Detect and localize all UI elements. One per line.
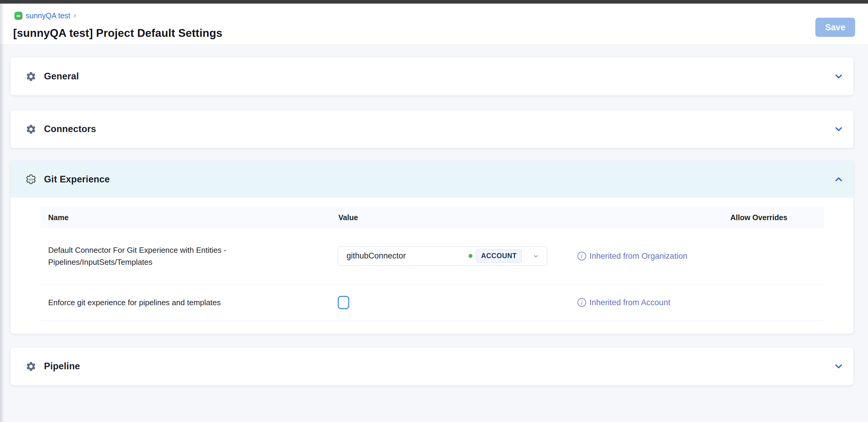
chevron-down-icon[interactable]	[833, 71, 844, 82]
section-header-connectors[interactable]: Connectors	[10, 110, 853, 148]
window-top-bar	[0, 0, 868, 4]
inherited-from-account-link[interactable]: i Inherited from Account	[578, 298, 670, 307]
breadcrumb: ∞ sunnyQA test ›	[14, 11, 76, 20]
svg-text:</>: </>	[28, 178, 33, 181]
project-icon: ∞	[14, 12, 23, 20]
scope-badge: ACCOUNT	[476, 250, 522, 263]
inherited-link-label: Inherited from Account	[589, 298, 670, 307]
connector-select-extras: ACCOUNT	[469, 250, 540, 263]
chevron-down-icon[interactable]	[833, 123, 844, 135]
connector-status-dot	[469, 254, 472, 258]
section-title-pipeline: Pipeline	[44, 361, 80, 372]
git-experience-gear-icon: </>	[25, 174, 36, 185]
connector-select[interactable]: githubConnector ACCOUNT	[338, 247, 547, 266]
column-header-value: Value	[338, 213, 358, 222]
setting-name-default-connector: Default Connector For Git Experience wit…	[48, 244, 226, 268]
gear-icon	[25, 361, 36, 372]
section-header-git-experience[interactable]: </> Git Experience	[10, 161, 853, 198]
section-header-general[interactable]: General	[10, 57, 853, 95]
breadcrumb-project-link[interactable]: sunnyQA test	[26, 11, 70, 20]
inherited-from-organization-link[interactable]: i Inherited from Organization	[578, 251, 687, 260]
enforce-git-checkbox[interactable]	[338, 296, 349, 309]
gear-icon	[25, 124, 36, 135]
table-header-row: Name Value Allow Overrides	[40, 207, 824, 228]
column-header-allow-overrides: Allow Overrides	[731, 213, 787, 222]
save-button[interactable]: Save	[815, 18, 855, 37]
table-row: Enforce git experience for pipelines and…	[40, 284, 824, 320]
section-header-pipeline[interactable]: Pipeline	[10, 347, 853, 385]
column-header-name: Name	[48, 213, 68, 222]
chevron-right-icon: ›	[73, 11, 76, 20]
section-card-git-experience: </> Git Experience Name Value Allow Over…	[10, 161, 853, 334]
page-title: [sunnyQA test] Project Default Settings	[13, 27, 222, 39]
section-card-pipeline: Pipeline	[10, 347, 853, 385]
section-title-general: General	[44, 71, 79, 82]
chevron-down-icon[interactable]	[532, 252, 540, 260]
connector-select-value: githubConnector	[346, 251, 406, 260]
inherited-link-label: Inherited from Organization	[589, 251, 687, 260]
left-edge-shadow	[0, 4, 4, 422]
section-title-connectors: Connectors	[44, 124, 96, 135]
section-card-general: General	[10, 57, 853, 95]
section-title-git-experience: Git Experience	[44, 174, 110, 185]
git-settings-table: Name Value Allow Overrides Default Conne…	[40, 207, 824, 321]
chevron-down-icon[interactable]	[833, 361, 844, 372]
setting-name-line2: Pipelines/InputSets/Templates	[48, 256, 226, 268]
setting-name-enforce-git: Enforce git experience for pipelines and…	[48, 298, 221, 307]
page-header: ∞ sunnyQA test › [sunnyQA test] Project …	[0, 4, 868, 45]
setting-name-line1: Default Connector For Git Experience wit…	[48, 244, 226, 256]
row-divider	[40, 320, 824, 321]
info-icon: i	[578, 252, 586, 260]
info-icon: i	[578, 298, 586, 307]
table-row: Default Connector For Git Experience wit…	[40, 228, 824, 284]
chevron-up-icon[interactable]	[833, 174, 844, 185]
section-card-connectors: Connectors	[10, 110, 853, 148]
gear-icon	[25, 71, 36, 82]
